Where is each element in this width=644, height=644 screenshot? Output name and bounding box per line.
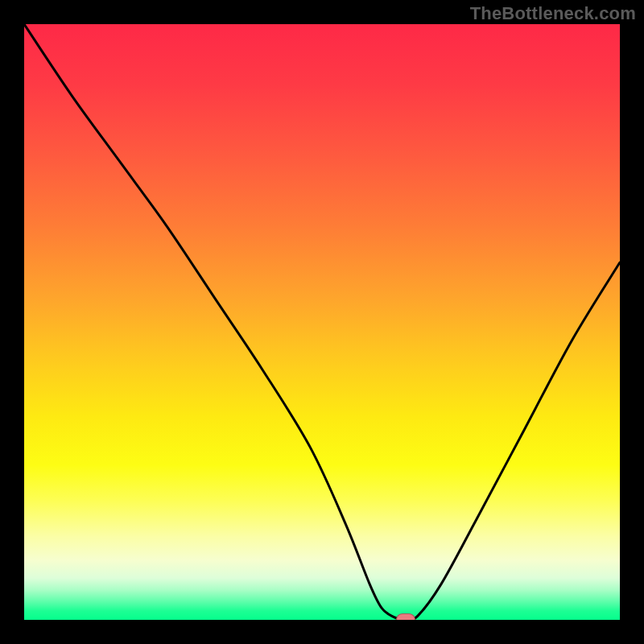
optimal-point-marker <box>396 613 415 620</box>
bottleneck-curve <box>24 24 620 620</box>
chart-frame: TheBottleneck.com <box>0 0 644 644</box>
watermark-text: TheBottleneck.com <box>470 3 636 24</box>
plot-area <box>24 24 620 620</box>
